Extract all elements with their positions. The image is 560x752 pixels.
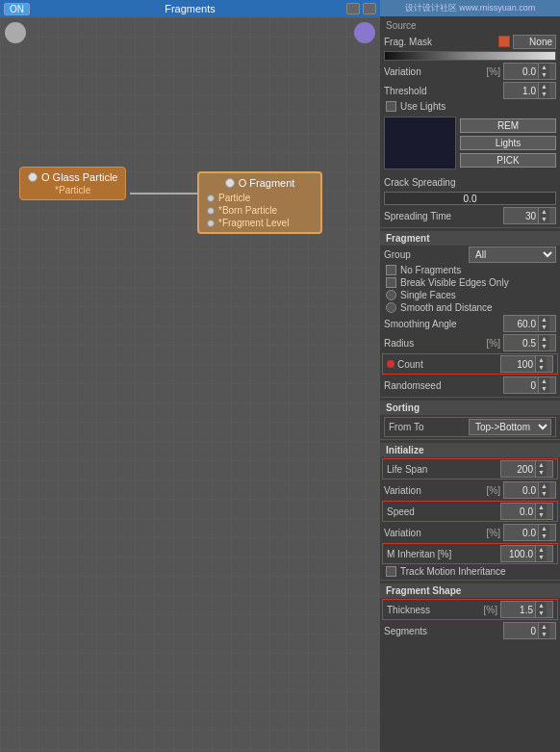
fromto-select[interactable]: Top->Bottom bbox=[469, 419, 551, 435]
radius-down[interactable]: ▼ bbox=[539, 343, 549, 350]
on-button[interactable]: ON bbox=[4, 3, 30, 15]
crack-slider[interactable]: 0.0 bbox=[384, 192, 556, 205]
break-visible-label: Break Visible Edges Only bbox=[400, 277, 554, 288]
segments-spinbox[interactable]: ▲ ▼ bbox=[503, 622, 556, 639]
thickness-spinbox[interactable]: ▲ ▼ bbox=[500, 601, 553, 618]
smoothing-angle-up[interactable]: ▲ bbox=[539, 316, 549, 324]
threshold-up[interactable]: ▲ bbox=[539, 83, 549, 91]
threshold-arrows: ▲ ▼ bbox=[538, 83, 549, 98]
thickness-up[interactable]: ▲ bbox=[536, 602, 547, 609]
count-down[interactable]: ▼ bbox=[536, 364, 547, 372]
speed-down[interactable]: ▼ bbox=[536, 511, 547, 519]
lifespan-label: Life Span bbox=[387, 464, 497, 475]
group-select[interactable]: All bbox=[469, 246, 556, 263]
node-glass-sub: *Particle bbox=[28, 185, 117, 195]
count-input[interactable] bbox=[501, 358, 535, 371]
node-fragment-ports: Particle *Born Particle *Fragment Level bbox=[207, 193, 313, 228]
speed-spinbox[interactable]: ▲ ▼ bbox=[500, 503, 553, 520]
variation-input[interactable] bbox=[504, 65, 538, 78]
variation-down[interactable]: ▼ bbox=[539, 71, 549, 79]
sep3 bbox=[380, 439, 560, 440]
radius-spinbox[interactable]: ▲ ▼ bbox=[503, 334, 556, 351]
port-particle-label: Particle bbox=[218, 193, 250, 203]
lights-preview bbox=[384, 117, 456, 169]
port-fragment: *Fragment Level bbox=[207, 218, 313, 228]
minherit-input[interactable] bbox=[501, 548, 535, 560]
crack-spreading-row: Crack Spreading bbox=[380, 173, 560, 191]
frag-mask-color[interactable] bbox=[498, 36, 510, 47]
segments-up[interactable]: ▲ bbox=[539, 623, 549, 631]
radius-input[interactable] bbox=[504, 337, 538, 350]
spreading-time-spinbox[interactable]: ▲ ▼ bbox=[503, 207, 556, 224]
minherit-up[interactable]: ▲ bbox=[536, 546, 547, 554]
minherit-spinbox[interactable]: ▲ ▼ bbox=[500, 545, 553, 562]
radius-pct: [%] bbox=[487, 338, 500, 349]
init-variation2-spinbox[interactable]: ▲ ▼ bbox=[503, 524, 556, 541]
speed-up[interactable]: ▲ bbox=[536, 504, 547, 511]
single-faces-radio[interactable] bbox=[386, 290, 396, 300]
segments-row: Segments ▲ ▼ bbox=[380, 621, 560, 640]
single-faces-row: Single Faces bbox=[380, 289, 560, 301]
lifespan-spinbox[interactable]: ▲ ▼ bbox=[500, 460, 553, 478]
init-variation-spinbox[interactable]: ▲ ▼ bbox=[503, 481, 556, 499]
threshold-spinbox[interactable]: ▲ ▼ bbox=[503, 82, 556, 99]
pick-button[interactable]: PICK bbox=[460, 153, 556, 168]
init-variation-input[interactable] bbox=[504, 484, 538, 497]
threshold-input[interactable] bbox=[504, 85, 538, 97]
smoothing-angle-down[interactable]: ▼ bbox=[539, 324, 549, 331]
no-fragments-checkbox[interactable] bbox=[386, 265, 396, 275]
threshold-down[interactable]: ▼ bbox=[539, 91, 549, 98]
lifespan-up[interactable]: ▲ bbox=[536, 461, 547, 469]
spreading-time-down[interactable]: ▼ bbox=[539, 216, 549, 223]
lifespan-arrows: ▲ ▼ bbox=[535, 461, 547, 477]
count-arrows: ▲ ▼ bbox=[535, 356, 547, 372]
randomseed-up[interactable]: ▲ bbox=[539, 377, 549, 385]
minimize-button[interactable] bbox=[346, 3, 360, 14]
spreading-time-input[interactable] bbox=[504, 210, 538, 222]
speed-input[interactable] bbox=[501, 506, 535, 518]
smooth-dist-radio[interactable] bbox=[386, 302, 396, 313]
rem-button[interactable]: REM bbox=[460, 118, 556, 133]
minherit-down[interactable]: ▼ bbox=[536, 554, 547, 561]
init-variation2-arrows: ▲ ▼ bbox=[538, 525, 549, 540]
smoothing-angle-input[interactable] bbox=[504, 318, 538, 330]
variation-spinbox[interactable]: ▲ ▼ bbox=[503, 63, 556, 80]
sep2 bbox=[380, 397, 560, 398]
randomseed-row: Randomseed ▲ ▼ bbox=[380, 376, 560, 395]
crack-spreading-label: Crack Spreading bbox=[384, 177, 556, 188]
node-glass-particle[interactable]: O Glass Particle *Particle bbox=[19, 167, 126, 200]
init-variation-down[interactable]: ▼ bbox=[539, 490, 549, 498]
thickness-input[interactable] bbox=[501, 604, 535, 616]
init-variation2-down[interactable]: ▼ bbox=[539, 532, 549, 540]
break-visible-row: Break Visible Edges Only bbox=[380, 276, 560, 289]
minherit-arrows: ▲ ▼ bbox=[535, 546, 547, 561]
randomseed-spinbox[interactable]: ▲ ▼ bbox=[503, 376, 556, 394]
count-up[interactable]: ▲ bbox=[536, 356, 547, 364]
spreading-time-up[interactable]: ▲ bbox=[539, 208, 549, 216]
lifespan-down[interactable]: ▼ bbox=[536, 469, 547, 477]
init-variation-up[interactable]: ▲ bbox=[539, 482, 549, 490]
smooth-dist-row: Smooth and Distance bbox=[380, 301, 560, 314]
variation-up[interactable]: ▲ bbox=[539, 64, 549, 71]
lights-button[interactable]: Lights bbox=[460, 136, 556, 150]
randomseed-down[interactable]: ▼ bbox=[539, 385, 549, 393]
node-fragment[interactable]: O Fragment Particle *Born Particle *Frag… bbox=[197, 171, 322, 234]
randomseed-input[interactable] bbox=[504, 379, 538, 392]
thickness-down[interactable]: ▼ bbox=[536, 609, 547, 617]
init-variation2-input[interactable] bbox=[504, 527, 538, 539]
lifespan-input[interactable] bbox=[501, 463, 535, 476]
port-dot bbox=[207, 194, 215, 202]
count-spinbox[interactable]: ▲ ▼ bbox=[500, 355, 553, 373]
radius-up[interactable]: ▲ bbox=[539, 335, 549, 343]
minherit-label: M Inheritan [%] bbox=[387, 549, 497, 559]
use-lights-checkbox[interactable] bbox=[386, 101, 396, 112]
init-variation-label: Variation bbox=[384, 485, 484, 496]
init-variation2-up[interactable]: ▲ bbox=[539, 525, 549, 532]
segments-input[interactable] bbox=[504, 625, 538, 637]
segments-down[interactable]: ▼ bbox=[539, 631, 549, 638]
track-motion-checkbox[interactable] bbox=[386, 566, 396, 577]
break-visible-checkbox[interactable] bbox=[386, 277, 396, 288]
maximize-button[interactable] bbox=[363, 3, 376, 14]
init-variation-row: Variation [%] ▲ ▼ bbox=[380, 480, 560, 500]
smoothing-angle-spinbox[interactable]: ▲ ▼ bbox=[503, 315, 556, 332]
